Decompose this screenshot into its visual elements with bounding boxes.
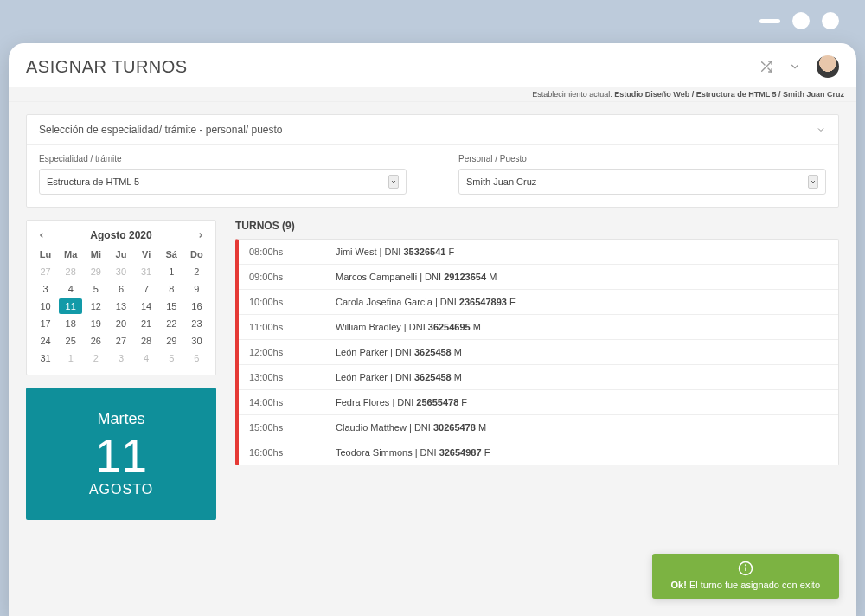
calendar-day[interactable]: 6 [185, 350, 208, 366]
calendar-day[interactable]: 30 [185, 333, 208, 349]
calendar-day[interactable]: 29 [84, 264, 107, 279]
dropdown-icon [808, 175, 818, 189]
turno-detail: León Parker | DNI 3625458 M [336, 372, 828, 382]
turno-row[interactable]: 13:00hsLeón Parker | DNI 3625458 M [239, 365, 838, 390]
avatar[interactable] [817, 55, 839, 78]
calendar-day[interactable]: 25 [59, 333, 82, 349]
turno-detail: León Parker | DNI 3625458 M [336, 347, 828, 357]
turno-row[interactable]: 15:00hsClaudio Matthew | DNI 30265478 M [239, 415, 838, 440]
date-card-month: AGOSTO [35, 482, 208, 497]
calendar-day[interactable]: 31 [34, 350, 57, 366]
window-circle-1-icon[interactable] [792, 12, 810, 29]
os-window-controls [759, 12, 839, 29]
calendar-day[interactable]: 13 [109, 298, 132, 314]
calendar-day[interactable]: 4 [59, 281, 82, 297]
turno-row[interactable]: 08:00hsJimi West | DNI 35326541 F [239, 240, 838, 265]
calendar-day[interactable]: 7 [135, 281, 158, 297]
calendar-day[interactable]: 20 [109, 316, 132, 331]
selection-panel-header[interactable]: Selección de especialidad/ trámite - per… [27, 115, 838, 145]
calendar-day[interactable]: 27 [109, 333, 132, 349]
toast-msg: El turno fue asignado con exito [687, 580, 820, 590]
calendar-day[interactable]: 28 [135, 333, 158, 349]
calendar-dow: Sá [160, 247, 183, 262]
calendar-day[interactable]: 21 [135, 316, 158, 331]
personal-label: Personal / Puesto [458, 154, 826, 164]
breadcrumb-label: Establecimiento actual: [532, 90, 612, 99]
calendar-day[interactable]: 17 [34, 316, 57, 331]
turnos-title: TURNOS (9) [235, 220, 839, 232]
turno-time: 08:00hs [249, 247, 336, 257]
turno-time: 13:00hs [249, 372, 336, 382]
calendar-day[interactable]: 2 [185, 264, 208, 279]
speciality-field: Especialidad / trámite Estructura de HTM… [39, 154, 407, 195]
calendar-day[interactable]: 12 [84, 298, 107, 314]
calendar-day[interactable]: 28 [59, 264, 82, 279]
turno-time: 16:00hs [249, 447, 336, 458]
breadcrumb: Establecimiento actual: Estudio Diseño W… [9, 87, 856, 102]
calendar-day[interactable]: 18 [59, 316, 82, 331]
calendar-prev-button[interactable] [34, 231, 49, 240]
turno-row[interactable]: 16:00hsTeodora Simmons | DNI 32654987 F [239, 440, 838, 465]
calendar-day[interactable]: 10 [34, 298, 57, 314]
turno-detail: Jimi West | DNI 35326541 F [336, 247, 828, 257]
calendar: Agosto 2020 LuMaMiJuViSáDo27282930311234… [26, 220, 216, 375]
minimize-icon[interactable] [759, 19, 780, 23]
calendar-day[interactable]: 3 [109, 350, 132, 366]
calendar-day[interactable]: 4 [135, 350, 158, 366]
calendar-day[interactable]: 30 [109, 264, 132, 279]
calendar-day[interactable]: 9 [185, 281, 208, 297]
turno-row[interactable]: 14:00hsFedra Flores | DNI 25655478 F [239, 390, 838, 415]
calendar-day[interactable]: 26 [84, 333, 107, 349]
calendar-dow: Ma [59, 247, 82, 262]
speciality-value: Estructura de HTML 5 [47, 176, 139, 187]
calendar-dow: Mi [84, 247, 107, 262]
turno-time: 09:00hs [249, 272, 336, 282]
turno-time: 14:00hs [249, 397, 336, 407]
turno-row[interactable]: 12:00hsLeón Parker | DNI 3625458 M [239, 340, 838, 365]
turno-time: 11:00hs [249, 322, 336, 332]
info-icon [671, 561, 820, 576]
selection-panel-title: Selección de especialidad/ trámite - per… [39, 124, 283, 136]
chevron-down-icon[interactable] [789, 61, 801, 73]
turno-detail: Fedra Flores | DNI 25655478 F [336, 397, 828, 407]
calendar-day[interactable]: 14 [135, 298, 158, 314]
personal-select[interactable]: Smith Juan Cruz [458, 169, 826, 195]
calendar-day[interactable]: 2 [84, 350, 107, 366]
calendar-dow: Ju [109, 247, 132, 262]
calendar-day[interactable]: 15 [160, 298, 183, 314]
calendar-day[interactable]: 31 [135, 264, 158, 279]
calendar-day[interactable]: 1 [59, 350, 82, 366]
turno-detail: Marcos Campanelli | DNI 29123654 M [336, 272, 828, 282]
calendar-day[interactable]: 24 [34, 333, 57, 349]
calendar-day[interactable]: 3 [34, 281, 57, 297]
personal-field: Personal / Puesto Smith Juan Cruz [458, 154, 826, 195]
calendar-day[interactable]: 16 [185, 298, 208, 314]
calendar-day[interactable]: 1 [160, 264, 183, 279]
calendar-day[interactable]: 5 [84, 281, 107, 297]
calendar-next-button[interactable] [193, 231, 208, 240]
calendar-day[interactable]: 5 [160, 350, 183, 366]
turnos-list: 08:00hsJimi West | DNI 35326541 F09:00hs… [235, 239, 839, 465]
calendar-day[interactable]: 22 [160, 316, 183, 331]
turno-detail: Teodora Simmons | DNI 32654987 F [336, 447, 828, 458]
calendar-day[interactable]: 6 [109, 281, 132, 297]
turno-row[interactable]: 10:00hsCarola Josefina Garcia | DNI 2365… [239, 290, 838, 315]
dropdown-icon [388, 175, 399, 189]
svg-line-2 [762, 62, 765, 65]
calendar-day[interactable]: 27 [34, 264, 57, 279]
calendar-day[interactable]: 29 [160, 333, 183, 349]
toast-strong: Ok! [671, 580, 687, 590]
calendar-day[interactable]: 11 [59, 298, 82, 314]
shuffle-icon[interactable] [759, 60, 773, 74]
calendar-day[interactable]: 8 [160, 281, 183, 297]
turno-row[interactable]: 11:00hsWilliam Bradley | DNI 36254695 M [239, 315, 838, 340]
app-window: ASIGNAR TURNOS Establecimiento actual: E… [9, 43, 856, 616]
calendar-day[interactable]: 23 [185, 316, 208, 331]
selected-date-card: Martes 11 AGOSTO [26, 388, 216, 520]
calendar-day[interactable]: 19 [84, 316, 107, 331]
speciality-select[interactable]: Estructura de HTML 5 [39, 169, 407, 195]
turno-row[interactable]: 09:00hsMarcos Campanelli | DNI 29123654 … [239, 265, 838, 290]
window-circle-2-icon[interactable] [822, 12, 839, 29]
breadcrumb-path: Estudio Diseño Web / Estructura de HTML … [614, 90, 844, 99]
page-title: ASIGNAR TURNOS [26, 57, 188, 77]
